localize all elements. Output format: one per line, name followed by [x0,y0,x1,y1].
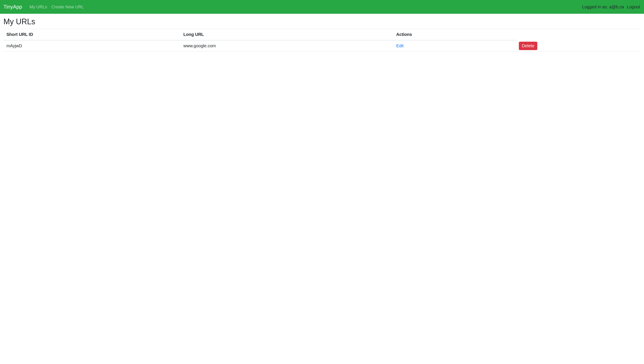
table-header-row: Short URL ID Long URL Actions [4,29,516,40]
col-short-url-id: Short URL ID [4,29,180,40]
nav-links: My URLs Create New URL [27,5,582,10]
main-container: My URLs Short URL ID Long URL Actions mA… [0,14,644,55]
nav-create-new-url[interactable]: Create New URL [49,3,86,11]
cell-short-id: mAyjwD [4,40,180,51]
url-table-header: Short URL ID Long URL Actions [4,29,516,40]
nav-my-urls[interactable]: My URLs [27,3,49,11]
edit-link[interactable]: Edit [396,44,404,48]
col-actions: Actions [393,29,516,40]
page-title: My URLs [4,17,640,26]
table-body: mAyjwD www.google.com Edit Delete [4,40,640,52]
col-long-url: Long URL [180,29,393,40]
brand-link[interactable]: TinyApp [4,4,22,10]
table-row: mAyjwD www.google.com Edit Delete [4,40,640,52]
cell-long-url: www.google.com [180,40,393,51]
navbar-right: Logged in as: a@b.ca Logout [582,3,640,11]
logout-button[interactable]: Logout [626,3,640,11]
logged-in-status: Logged in as: a@b.ca [582,5,624,10]
delete-button[interactable]: Delete [519,42,537,50]
navbar: TinyApp My URLs Create New URL Logged in… [0,0,644,14]
